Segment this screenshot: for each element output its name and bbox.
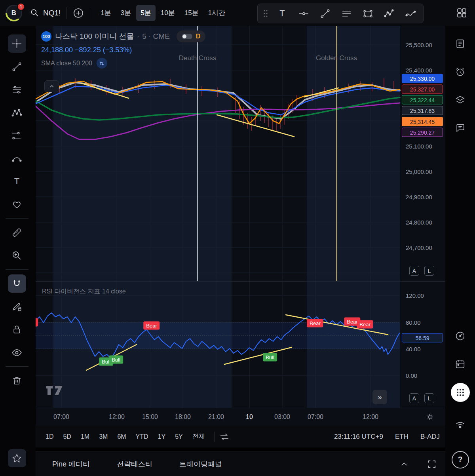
- drag-handle[interactable]: [261, 6, 270, 21]
- projection-tool[interactable]: [8, 126, 26, 145]
- range-1m[interactable]: 1M: [76, 430, 94, 443]
- price-line-label[interactable]: 25,290.27: [402, 128, 443, 137]
- polyline-tool-button[interactable]: [380, 6, 399, 21]
- range-bar-divider: [214, 432, 215, 442]
- clock-readout[interactable]: 23:11:16 UTC+9: [334, 433, 383, 441]
- compare-add-button[interactable]: [73, 8, 84, 19]
- crosshair-tool[interactable]: [8, 34, 26, 53]
- tradingview-logo[interactable]: [45, 385, 63, 396]
- curve-tool-button[interactable]: [401, 6, 420, 21]
- rsi-indicator-label[interactable]: RSI 다이버전스 지표 14 close: [42, 288, 126, 296]
- rsi-auto-scale-button[interactable]: A: [409, 393, 419, 403]
- symbol-title[interactable]: 나스닥 100 이미니 선물: [55, 31, 134, 42]
- price-axis[interactable]: 25,500.0025,400.0025,100.0025,000.0024,9…: [400, 26, 445, 408]
- bear-divergence-marker[interactable]: Bear: [307, 319, 323, 327]
- horizontal-line-tool-button[interactable]: [294, 6, 313, 21]
- symbol-search-button[interactable]: NQ1!: [30, 8, 61, 17]
- auto-scale-button[interactable]: A: [409, 266, 419, 276]
- range-6m[interactable]: 6M: [113, 430, 130, 443]
- time-axis[interactable]: 07:0012:0015:0018:0021:001003:0007:0012:…: [36, 408, 445, 426]
- signal-button[interactable]: [450, 410, 470, 438]
- panel-expand-up-button[interactable]: [399, 459, 409, 469]
- magnet-tool[interactable]: [8, 274, 26, 293]
- lock-all-tool[interactable]: [8, 320, 26, 339]
- apps-grid-button[interactable]: [450, 378, 470, 406]
- indicator-toggle-pill[interactable]: D: [177, 30, 206, 42]
- alerts-button[interactable]: [450, 58, 470, 86]
- interval-5min[interactable]: 5분: [136, 5, 155, 21]
- tab-trading-panel[interactable]: 트레이딩패널: [179, 459, 222, 469]
- range-1d[interactable]: 1D: [41, 430, 58, 443]
- bear-divergence-marker[interactable]: Bear: [143, 322, 160, 330]
- panel-maximize-button[interactable]: [427, 459, 437, 469]
- price-line-label[interactable]: 25,327.00: [402, 85, 443, 94]
- session-eth-button[interactable]: ETH: [395, 433, 408, 441]
- log-scale-button[interactable]: L: [424, 266, 434, 276]
- interval-15min[interactable]: 15분: [180, 5, 203, 21]
- user-avatar[interactable]: B 1: [6, 5, 22, 21]
- sidebar-divider: [6, 269, 28, 270]
- chart-region[interactable]: BearBearBearBearBearBullBullBullDeath Cr…: [36, 26, 445, 426]
- range-3m[interactable]: 3M: [95, 430, 112, 443]
- tab-pine-editor[interactable]: Pine 에디터: [52, 459, 90, 469]
- trend-line-tool-button[interactable]: [315, 6, 334, 21]
- rsi-log-scale-button[interactable]: L: [424, 393, 434, 403]
- price-line-label[interactable]: 25,322.44: [402, 95, 443, 105]
- xabcd-pattern-tool[interactable]: [8, 103, 26, 122]
- calendar-button[interactable]: [450, 350, 470, 378]
- scroll-to-realtime-button[interactable]: »: [372, 390, 387, 404]
- range-5y[interactable]: 5Y: [171, 430, 187, 443]
- legend-collapse-button[interactable]: [44, 80, 59, 92]
- gauge-button[interactable]: [450, 322, 470, 350]
- price-line-label[interactable]: 25,330.00: [402, 74, 443, 83]
- chat-button[interactable]: [450, 114, 470, 142]
- parallel-lines-tool-button[interactable]: [337, 6, 356, 21]
- layout-grid-button[interactable]: [456, 8, 467, 18]
- toggle-switch[interactable]: [182, 34, 192, 39]
- rectangle-tool-button[interactable]: [358, 6, 377, 21]
- emoji-tool[interactable]: [8, 195, 26, 213]
- bull-divergence-marker[interactable]: Bull: [263, 353, 277, 362]
- bear-divergence-marker[interactable]: Bear: [36, 318, 38, 327]
- interval-10min[interactable]: 10분: [156, 5, 179, 21]
- bear-divergence-marker[interactable]: Bear: [357, 320, 373, 329]
- measure-ruler-tool[interactable]: [8, 223, 26, 242]
- range-ytd[interactable]: YTD: [131, 430, 153, 443]
- go-to-date-button[interactable]: [219, 432, 230, 442]
- interval-3min[interactable]: 3분: [116, 5, 135, 21]
- curve-icon: [405, 8, 416, 19]
- text-annotation-tool[interactable]: [8, 172, 26, 190]
- heart-icon: [11, 199, 22, 210]
- zoom-tool[interactable]: [8, 246, 26, 265]
- interval-1hour[interactable]: 1시간: [204, 5, 230, 21]
- range-1y[interactable]: 1Y: [154, 430, 170, 443]
- drawing-edit-lock-tool[interactable]: [8, 297, 26, 316]
- help-button[interactable]: [450, 446, 470, 474]
- text-tool-button[interactable]: [273, 6, 292, 21]
- interval-1min[interactable]: 1분: [96, 5, 115, 21]
- price-chart-canvas[interactable]: [36, 26, 445, 426]
- bull-divergence-marker[interactable]: Bull: [109, 356, 123, 364]
- fib-lines-tool[interactable]: [8, 80, 26, 99]
- price-change-readout: 24,188.00 −892.25 (−3.53%): [41, 46, 205, 54]
- layers-button[interactable]: [450, 86, 470, 114]
- tab-strategy-tester[interactable]: 전략테스터: [117, 459, 152, 469]
- price-line-label[interactable]: 25,314.45: [402, 117, 443, 126]
- range-5d[interactable]: 5D: [59, 430, 75, 443]
- gear-icon: [425, 413, 434, 422]
- rsi-current-value-label[interactable]: 56.59: [402, 333, 443, 343]
- range-all[interactable]: 전체: [188, 430, 209, 444]
- sma-indicator-label[interactable]: SMA close 50 200: [41, 60, 92, 67]
- favorites-star-tool[interactable]: [8, 449, 26, 467]
- arc-tool[interactable]: [8, 149, 26, 168]
- trend-line-tool[interactable]: [8, 57, 26, 76]
- pane-divider[interactable]: [36, 281, 445, 282]
- watchlist-button[interactable]: [450, 30, 470, 58]
- hide-drawings-tool[interactable]: [8, 343, 26, 362]
- price-line-label[interactable]: 25,317.83: [402, 106, 443, 115]
- remove-drawings-tool[interactable]: [8, 371, 26, 390]
- trash-icon: [11, 375, 22, 386]
- indicator-arrows-button[interactable]: [97, 58, 107, 69]
- axis-settings-gear-button[interactable]: [425, 413, 434, 422]
- adjustment-button[interactable]: B-ADJ: [420, 433, 440, 441]
